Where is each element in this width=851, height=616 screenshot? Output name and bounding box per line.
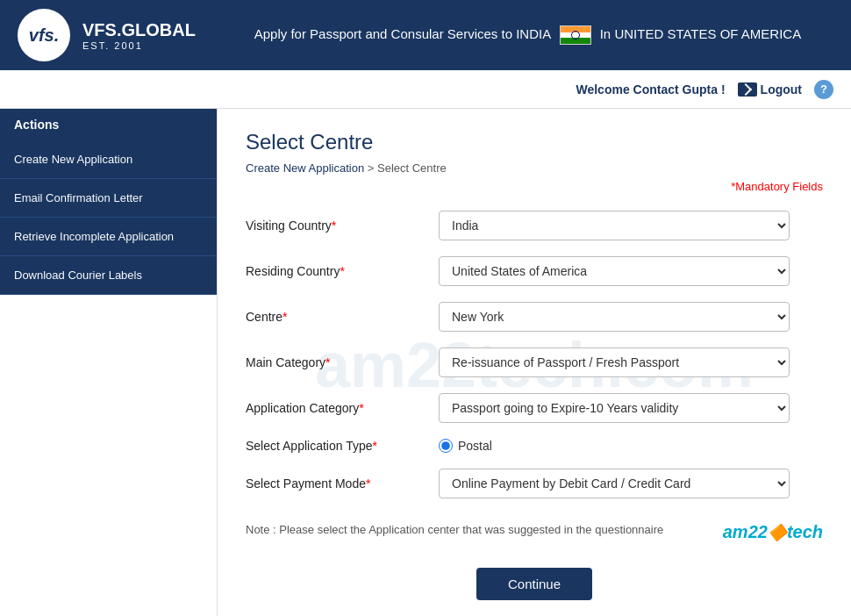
breadcrumb-current: Select Centre (377, 161, 447, 175)
sidebar-item-retrieve[interactable]: Retrieve Incomplete Application (0, 218, 217, 256)
app-category-select[interactable]: Passport going to Expire-10 Years validi… (439, 393, 790, 423)
app-category-control: Passport going to Expire-10 Years validi… (439, 393, 790, 423)
main-category-row: Main Category* Re-issuance of Passport /… (246, 347, 823, 377)
top-bar: Welcome Contact Gupta ! Logout ? (0, 70, 851, 109)
main-category-label: Main Category* (246, 355, 439, 369)
app-type-control: Postal (439, 439, 790, 453)
payment-mode-control: Online Payment by Debit Card / Credit Ca… (439, 469, 790, 498)
continue-row: Continue (246, 568, 823, 600)
sidebar-item-email[interactable]: Email Confirmation Letter (0, 179, 217, 218)
residing-country-control: United States of America (439, 256, 790, 286)
visiting-country-label: Visiting Country* (246, 218, 439, 233)
postal-radio[interactable] (439, 439, 453, 453)
main-category-select[interactable]: Re-issuance of Passport / Fresh Passport (439, 347, 790, 377)
visiting-country-row: Visiting Country* India (246, 211, 823, 240)
postal-radio-label[interactable]: Postal (439, 439, 790, 453)
brand-est: EST. 2001 (82, 40, 196, 51)
logo-text: vfs. (29, 25, 59, 45)
sidebar: Actions Create New Application Email Con… (0, 109, 218, 616)
content-area: am22tech.com Select Centre Create New Ap… (218, 109, 851, 616)
mandatory-note: *Mandatory Fields (246, 180, 823, 193)
residing-country-select[interactable]: United States of America (439, 256, 790, 286)
payment-mode-select[interactable]: Online Payment by Debit Card / Credit Ca… (439, 469, 790, 498)
centre-control: New York (439, 302, 790, 332)
app-category-label: Application Category* (246, 401, 439, 415)
residing-country-label: Residing Country* (246, 264, 439, 278)
main-category-control: Re-issuance of Passport / Fresh Passport (439, 347, 790, 377)
india-flag (560, 25, 591, 45)
logo-circle: vfs. (18, 9, 70, 61)
help-icon[interactable]: ? (814, 80, 833, 99)
payment-mode-row: Select Payment Mode* Online Payment by D… (246, 469, 823, 498)
payment-mode-label: Select Payment Mode* (246, 476, 439, 491)
app-type-label: Select Application Type* (246, 439, 439, 453)
breadcrumb-home[interactable]: Create New Application (246, 161, 364, 175)
header: vfs. VFS.GLOBAL EST. 2001 Apply for Pass… (0, 0, 851, 70)
sidebar-item-download[interactable]: Download Courier Labels (0, 256, 217, 295)
continue-button[interactable]: Continue (476, 568, 592, 600)
centre-label: Centre* (246, 310, 439, 324)
brand-name: VFS.GLOBAL (82, 20, 196, 40)
breadcrumb-sep: > (368, 161, 377, 175)
app-category-row: Application Category* Passport going to … (246, 393, 823, 423)
residing-country-row: Residing Country* United States of Ameri… (246, 256, 823, 286)
welcome-text: Welcome Contact Gupta ! (576, 82, 725, 97)
centre-row: Centre* New York (246, 302, 823, 332)
sidebar-item-create[interactable]: Create New Application (0, 140, 217, 179)
visiting-country-control: India (439, 211, 790, 240)
centre-select[interactable]: New York (439, 302, 790, 332)
breadcrumb: Create New Application > Select Centre (246, 161, 823, 175)
app-type-row: Select Application Type* Postal (246, 439, 823, 453)
main-layout: Actions Create New Application Email Con… (0, 109, 851, 616)
am22-brand: am22🔶tech (723, 522, 823, 542)
sidebar-header: Actions (0, 109, 217, 140)
page-title: Select Centre (246, 130, 823, 154)
logout-button[interactable]: Logout (738, 82, 802, 97)
visiting-country-select[interactable]: India (439, 211, 790, 240)
note-text: Note : Please select the Application cen… (246, 523, 663, 536)
note-row: Note : Please select the Application cen… (246, 514, 823, 550)
header-tagline: Apply for Passport and Consular Services… (222, 25, 833, 45)
postal-label: Postal (458, 439, 492, 453)
logout-icon (738, 82, 757, 97)
